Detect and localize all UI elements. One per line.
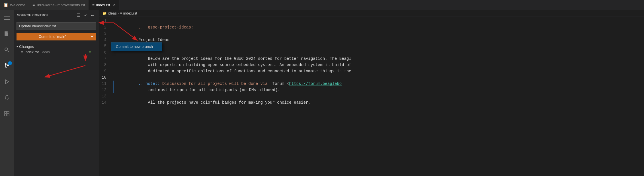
breadcrumb-separator: ›	[118, 12, 119, 15]
sidebar-title: SOURCE CONTROL	[17, 13, 49, 17]
change-item-file-icon: ≡	[21, 50, 23, 54]
sidebar-actions: ☰ ✓ ···	[76, 12, 95, 18]
commit-main-button[interactable]: Commit to 'main'	[17, 33, 88, 40]
code-line-10: .. note:: Discussion for all projects wi…	[113, 74, 644, 81]
commit-new-branch-item[interactable]: Commit to new branch	[111, 42, 162, 51]
activity-menu[interactable]	[0, 12, 14, 24]
svg-point-6	[5, 64, 6, 65]
code-line-1: .. _gsoc-project-ideas:	[113, 18, 644, 24]
activity-extensions[interactable]	[0, 108, 14, 119]
svg-rect-0	[4, 16, 10, 17]
svg-marker-11	[5, 80, 9, 84]
sidebar-action-list[interactable]: ☰	[76, 12, 82, 18]
tab-index-label: index.rst	[96, 3, 110, 7]
svg-rect-2	[4, 19, 10, 20]
svg-rect-17	[7, 111, 9, 113]
breadcrumb-ideas[interactable]: ideas	[108, 11, 117, 15]
tab-index-icon: ≡	[92, 3, 95, 7]
commit-input-wrapper	[14, 20, 99, 32]
tab-linux-icon: ≡	[32, 3, 35, 7]
activity-debug[interactable]	[0, 92, 14, 103]
changes-header[interactable]: ▾ Changes	[17, 44, 96, 49]
commit-dropdown-button[interactable]: ▾	[88, 33, 96, 40]
sidebar: SOURCE CONTROL ☰ ✓ ··· Commit to 'main' …	[14, 10, 99, 176]
change-item-path: ideas	[42, 50, 50, 54]
sidebar-action-check[interactable]: ✓	[83, 12, 89, 18]
change-item-status: M	[89, 50, 91, 54]
commit-message-input[interactable]	[17, 22, 96, 30]
breadcrumb-icon2: ≡	[120, 11, 122, 15]
change-item-index-rst[interactable]: ≡ index.rst ideas M	[17, 49, 96, 55]
sidebar-action-more[interactable]: ···	[90, 12, 95, 18]
breadcrumb-file[interactable]: index.rst	[123, 11, 137, 15]
changes-arrow-icon: ▾	[17, 45, 18, 48]
svg-rect-1	[4, 18, 10, 18]
code-line-3: Project Ideas	[113, 30, 644, 37]
code-line-5	[113, 43, 644, 49]
code-line-6: Below are the project ideas for the GSoC…	[113, 49, 644, 56]
svg-rect-16	[5, 111, 7, 113]
code-line-13: All the projects have colorful badges fo…	[113, 93, 644, 99]
source-control-badge: 1	[8, 61, 12, 65]
commit-btn-row: Commit to 'main' ▾	[14, 32, 99, 43]
activity-bar: 1	[0, 10, 14, 176]
breadcrumb-icon: 📁	[102, 11, 107, 15]
changes-label: Changes	[19, 44, 34, 49]
tab-welcome[interactable]: 📋 Welcome	[0, 0, 29, 10]
tab-welcome-label: Welcome	[10, 3, 25, 7]
svg-point-7	[5, 67, 6, 68]
changes-section: ▾ Changes ≡ index.rst ideas M	[14, 43, 99, 56]
tab-index-rst[interactable]: ≡ index.rst ✕	[89, 0, 119, 10]
line-numbers: 1 2 3 4 5 6 7 8 9 10 11 12 13 14	[99, 18, 113, 176]
svg-rect-19	[7, 114, 9, 116]
main-layout: 1 SOURCE CONTROL ☰ ✓	[0, 10, 644, 176]
sidebar-header: SOURCE CONTROL ☰ ✓ ···	[14, 10, 99, 20]
activity-search[interactable]	[0, 44, 14, 56]
tab-linux-label: linux-kernel-improvements.rst	[36, 3, 85, 7]
activity-source-control[interactable]: 1	[0, 60, 14, 71]
breadcrumb: 📁 ideas › ≡ index.rst	[99, 10, 644, 17]
tab-linux-kernel[interactable]: ≡ linux-kernel-improvements.rst	[29, 0, 89, 10]
line-10-number: 10	[99, 74, 110, 81]
tab-bar: 📋 Welcome ≡ linux-kernel-improvements.rs…	[0, 0, 644, 10]
svg-line-5	[8, 51, 9, 52]
activity-run[interactable]	[0, 76, 14, 87]
svg-point-4	[5, 48, 8, 51]
change-item-name: index.rst	[25, 50, 39, 54]
code-content[interactable]: .. _gsoc-project-ideas: Project Ideas ##…	[113, 18, 644, 176]
editor-area: 📁 ideas › ≡ index.rst 1 2 3 4 5 6 7 8 9 …	[99, 10, 644, 176]
code-editor: 1 2 3 4 5 6 7 8 9 10 11 12 13 14 .. _gso…	[99, 17, 644, 176]
commit-dropdown-menu: Commit to new branch	[111, 42, 162, 51]
svg-rect-18	[5, 114, 7, 116]
code-line-4: ##	[113, 37, 644, 43]
activity-explorer[interactable]	[0, 28, 14, 40]
close-icon[interactable]: ✕	[113, 3, 116, 7]
tab-welcome-icon: 📋	[3, 3, 8, 7]
